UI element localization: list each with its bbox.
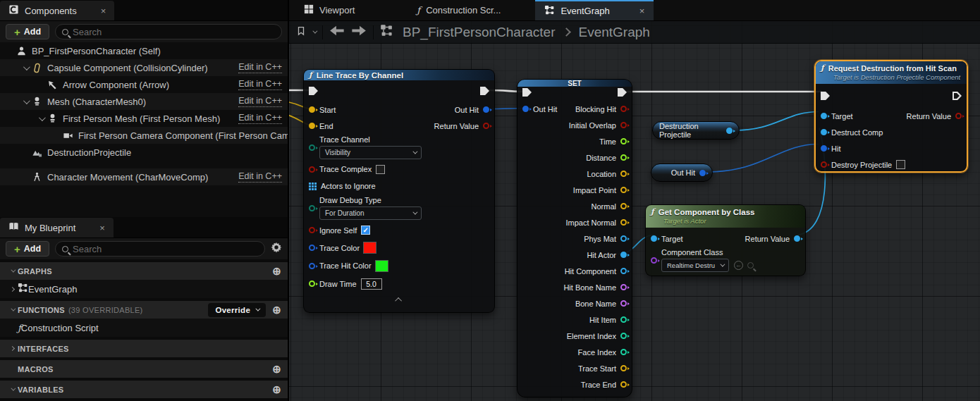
expander-icon[interactable] bbox=[6, 269, 18, 273]
expander-icon[interactable] bbox=[6, 308, 18, 311]
use-asset-icon[interactable]: ← bbox=[734, 261, 743, 270]
edit-in-cpp-link[interactable]: Edit in C++ bbox=[238, 62, 282, 73]
section-variables[interactable]: VARIABLES⊕ bbox=[0, 381, 288, 398]
chevron-down-icon[interactable] bbox=[312, 29, 317, 34]
trace-end-pin[interactable] bbox=[620, 381, 627, 388]
expander-icon[interactable] bbox=[20, 66, 31, 70]
close-icon[interactable]: × bbox=[101, 6, 106, 16]
ignore-self-pin[interactable] bbox=[309, 227, 315, 233]
node-set-hit-result[interactable]: SET Out Hit Blocking HitInitial OverlapT… bbox=[517, 79, 632, 397]
event-graph-canvas[interactable]: ƒ Line Trace By Channel Start Out Hit En… bbox=[289, 21, 980, 401]
edit-in-cpp-link[interactable]: Edit in C++ bbox=[238, 113, 282, 124]
hit-item-pin[interactable] bbox=[620, 316, 627, 323]
component-class-pin[interactable] bbox=[651, 257, 657, 264]
tab-my-blueprint[interactable]: My Blueprint × bbox=[0, 218, 114, 237]
destruct-comp-pin[interactable] bbox=[821, 129, 827, 135]
add-icon[interactable]: ⊕ bbox=[272, 384, 281, 395]
bookmark-icon[interactable] bbox=[296, 26, 306, 39]
section-interfaces[interactable]: INTERFACES bbox=[0, 340, 288, 357]
section-graphs[interactable]: GRAPHS⊕ bbox=[0, 262, 288, 280]
trace-color-swatch[interactable] bbox=[364, 242, 376, 253]
time-pin[interactable] bbox=[620, 138, 627, 144]
tree-row[interactable]: Arrow Component (Arrow)Edit in C++ bbox=[0, 76, 288, 93]
browse-icon[interactable] bbox=[747, 262, 754, 269]
exec-out-pin[interactable] bbox=[480, 87, 489, 95]
tab-eventgraph[interactable]: EventGraph × bbox=[535, 0, 654, 20]
tree-row[interactable]: Capsule Component (CollisionCylinder)Edi… bbox=[0, 59, 288, 76]
end-pin[interactable] bbox=[309, 123, 315, 129]
edit-in-cpp-link[interactable]: Edit in C++ bbox=[238, 96, 282, 107]
draw-debug-type-pin[interactable] bbox=[309, 205, 315, 211]
location-pin[interactable] bbox=[620, 171, 627, 177]
hit-bone-name-pin[interactable] bbox=[620, 284, 627, 290]
distance-pin[interactable] bbox=[620, 154, 627, 161]
bone-name-pin[interactable] bbox=[620, 300, 627, 307]
out-hit-out-pin[interactable] bbox=[699, 170, 706, 176]
trace-hit-color-swatch[interactable] bbox=[376, 261, 388, 271]
section-functions[interactable]: FUNCTIONS(39 OVERRIDABLE)Override⊕ bbox=[0, 301, 288, 319]
face-index-pin[interactable] bbox=[620, 349, 627, 355]
trace-color-pin[interactable] bbox=[309, 245, 315, 251]
node-request-destruction-from-hit-scan[interactable]: ƒ Request Destruction from Hit Scan Targ… bbox=[814, 60, 968, 173]
hit-pin[interactable] bbox=[821, 145, 827, 152]
trace-hit-color-pin[interactable] bbox=[309, 263, 315, 269]
hit-component-pin[interactable] bbox=[620, 268, 627, 274]
trace-complex-pin[interactable] bbox=[309, 166, 315, 173]
node-line-trace-by-channel[interactable]: ƒ Line Trace By Channel Start Out Hit En… bbox=[303, 69, 495, 313]
exec-out-pin[interactable] bbox=[618, 88, 627, 97]
exec-out-pin[interactable] bbox=[953, 92, 962, 100]
return-value-pin[interactable] bbox=[794, 235, 800, 242]
item-construction-script[interactable]: ƒConstruction Script bbox=[0, 319, 288, 337]
back-arrow-icon[interactable] bbox=[329, 25, 345, 39]
blocking-hit-pin[interactable] bbox=[620, 106, 627, 112]
my-blueprint-search-input[interactable] bbox=[73, 244, 258, 254]
expander-icon[interactable] bbox=[35, 116, 47, 121]
normal-pin[interactable] bbox=[620, 203, 627, 209]
destroy-projectile-checkbox[interactable] bbox=[896, 160, 905, 169]
return-value-pin[interactable] bbox=[955, 113, 962, 119]
section-macros[interactable]: MACROS⊕ bbox=[0, 360, 288, 378]
draw-time-input[interactable]: 5.0 bbox=[361, 278, 382, 290]
collapse-node-button[interactable] bbox=[304, 292, 494, 307]
item-eventgraph[interactable]: EventGraph bbox=[0, 280, 288, 298]
expander-icon[interactable] bbox=[6, 288, 18, 291]
start-pin[interactable] bbox=[309, 106, 315, 113]
forward-arrow-icon[interactable] bbox=[351, 25, 367, 39]
impact-point-pin[interactable] bbox=[620, 187, 627, 193]
ignore-self-checkbox[interactable]: ✓ bbox=[361, 226, 370, 235]
tab-construction-script[interactable]: ƒ Construction Scr... bbox=[408, 0, 510, 20]
node-get-component-by-class[interactable]: ƒ Get Component by Class Target is Actor… bbox=[645, 204, 806, 276]
component-class-dropdown[interactable]: Realtime Destru bbox=[661, 259, 729, 272]
expander-icon[interactable] bbox=[6, 347, 18, 350]
trace-channel-dropdown[interactable]: Visibility bbox=[319, 146, 422, 159]
target-pin[interactable] bbox=[651, 235, 657, 242]
tree-row[interactable]: BP_FirstPersonCharacter (Self) bbox=[0, 42, 288, 59]
components-search[interactable] bbox=[55, 24, 282, 39]
override-dropdown[interactable]: Override bbox=[208, 303, 266, 317]
tab-viewport[interactable]: Viewport bbox=[295, 0, 364, 20]
close-icon[interactable]: × bbox=[99, 223, 105, 233]
close-icon[interactable]: × bbox=[639, 6, 645, 16]
edit-in-cpp-link[interactable]: Edit in C++ bbox=[238, 79, 282, 90]
initial-overlap-pin[interactable] bbox=[620, 122, 627, 128]
exec-in-pin[interactable] bbox=[522, 88, 532, 97]
add-icon[interactable]: ⊕ bbox=[272, 304, 281, 315]
add-blueprint-item-button[interactable]: + Add bbox=[6, 241, 49, 257]
draw-debug-type-dropdown[interactable]: For Duration bbox=[319, 206, 422, 220]
getter-destruction-projectile[interactable]: Destruction Projectile bbox=[652, 121, 740, 140]
breadcrumb-current[interactable]: EventGraph bbox=[578, 25, 649, 40]
tree-row[interactable]: Character Movement (CharMoveComp)Edit in… bbox=[0, 168, 288, 185]
destruction-projectile-out-pin[interactable] bbox=[726, 128, 733, 134]
getter-out-hit[interactable]: Out Hit bbox=[651, 164, 713, 182]
array-pin-icon[interactable] bbox=[309, 183, 317, 190]
target-pin[interactable] bbox=[821, 113, 827, 119]
trace-start-pin[interactable] bbox=[620, 365, 627, 371]
add-component-button[interactable]: + Add bbox=[6, 24, 49, 39]
edit-in-cpp-link[interactable]: Edit in C++ bbox=[238, 171, 282, 183]
hit-actor-pin[interactable] bbox=[620, 252, 627, 258]
expander-icon[interactable] bbox=[6, 388, 18, 391]
out-hit-pin[interactable] bbox=[483, 106, 489, 113]
tree-row[interactable]: First Person Mesh (First Person Mesh)Edi… bbox=[0, 110, 288, 127]
impact-normal-pin[interactable] bbox=[620, 219, 627, 226]
exec-in-pin[interactable] bbox=[821, 92, 830, 100]
